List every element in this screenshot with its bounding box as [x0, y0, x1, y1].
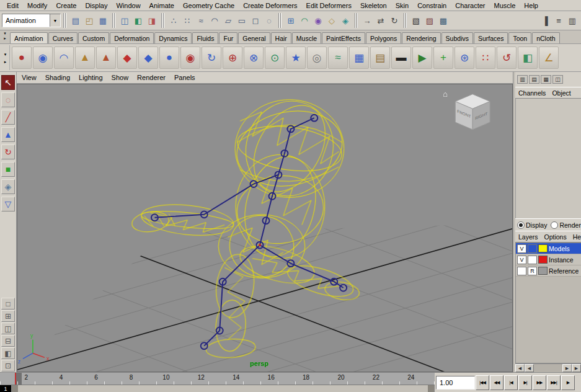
home-icon[interactable]: ⌂ [443, 89, 448, 99]
ipr-render-icon[interactable]: ▩ [437, 14, 450, 27]
step-forward-frame-button[interactable]: ▶▶ [533, 375, 546, 390]
layout-two-side-button[interactable]: ◫ [1, 323, 15, 334]
radio-icon[interactable] [517, 221, 525, 229]
panel-menu-item[interactable]: Lighting [79, 73, 108, 82]
shelf-tab[interactable]: nCloth [532, 32, 559, 43]
menubar-item[interactable]: Edit [2, 1, 23, 10]
menubar-item[interactable]: Create [51, 1, 81, 10]
scroll-right-icon[interactable]: ▶ [562, 364, 572, 372]
shelf-tab[interactable]: Fur [219, 32, 237, 43]
range-slider-track[interactable] [11, 385, 435, 392]
mask-misc-icon[interactable]: ◌ [262, 14, 276, 27]
shelf-constraint-point-icon[interactable]: ⊕ [223, 47, 242, 69]
snap-to-curve-icon[interactable]: ◠ [298, 14, 311, 27]
layer-visibility-toggle[interactable]: V [517, 256, 526, 264]
statusline-divider[interactable] [63, 13, 67, 28]
shelf-set-key-icon[interactable]: ◆ [117, 47, 137, 69]
snap-to-grid-icon[interactable]: ⊞ [284, 14, 298, 27]
shelf-ghost-icon[interactable]: ◎ [307, 47, 327, 69]
shelf-tab[interactable]: Polygons [366, 32, 401, 43]
step-forward-key-button[interactable]: ▶| [518, 375, 532, 390]
layer-editor-menu-item[interactable]: Help [570, 233, 581, 241]
shelf-motion-path-icon[interactable]: ↻ [202, 47, 221, 69]
make-live-icon[interactable]: ◈ [339, 14, 352, 27]
shelf-graph-editor-icon[interactable]: ▦ [349, 47, 369, 69]
snap-to-point-icon[interactable]: ◉ [311, 14, 325, 27]
shelf-create-clip-icon[interactable]: + [433, 47, 453, 69]
layout-four-pane-button[interactable]: ⊞ [1, 310, 15, 322]
mask-faces-icon[interactable]: ▱ [221, 14, 235, 27]
menu-set-selector[interactable]: Animation ▼ [2, 14, 61, 27]
scroll-left-icon[interactable]: ◀ [525, 364, 534, 372]
statusline-divider[interactable] [403, 13, 407, 28]
menubar-item[interactable]: Skeleton [356, 1, 391, 10]
select-component-icon[interactable]: ◨ [145, 14, 159, 27]
menubar-item[interactable]: Display [81, 1, 112, 10]
statusline-divider[interactable] [161, 13, 165, 28]
shelf-character-set-icon[interactable]: ★ [286, 47, 306, 69]
layer-mode-option[interactable]: Display [517, 221, 549, 229]
shelf-tab[interactable]: General [238, 32, 270, 43]
mask-objects-icon[interactable]: ◻ [249, 14, 262, 27]
perspective-viewport[interactable]: y x z ⌂ FRONT RIGHT persp [17, 84, 513, 372]
layer-row[interactable]: V Instance [516, 254, 581, 265]
wireframe-character[interactable] [131, 91, 361, 359]
shelf-walk-cycle-icon[interactable]: ▲ [75, 47, 95, 69]
shelf-tab[interactable]: Subdivs [441, 32, 473, 43]
menubar-item[interactable]: Window [112, 1, 144, 10]
input-connections-icon[interactable]: → [360, 14, 374, 27]
mask-handles-icon[interactable]: ∴ [167, 14, 180, 27]
mask-lines-icon[interactable]: ≈ [194, 14, 208, 27]
shelf-tab[interactable]: Muscle [292, 32, 321, 43]
render-current-frame-icon[interactable]: ▨ [423, 14, 437, 27]
menubar-item[interactable]: Constrain [413, 1, 451, 10]
skeleton-rig[interactable] [151, 115, 347, 349]
scale-tool[interactable]: ■ [1, 162, 15, 177]
scroll-track[interactable] [534, 364, 562, 372]
output-connections-icon[interactable]: ⇄ [374, 14, 388, 27]
layer-color-swatch[interactable] [538, 267, 548, 275]
open-scene-icon[interactable]: ◰ [82, 14, 96, 27]
statusline-divider[interactable] [278, 13, 282, 28]
select-object-icon[interactable]: ◧ [131, 14, 145, 27]
shelf-constraint-aim-icon[interactable]: ⊗ [244, 47, 264, 69]
shelf-ik-spline-icon[interactable]: ◠ [54, 47, 74, 69]
shelf-tab[interactable]: Toon [508, 32, 531, 43]
shelf-tab-menu-icon[interactable]: ▾ [4, 31, 6, 36]
current-time-indicator[interactable] [15, 373, 22, 385]
show-layereditor-icon[interactable]: ▤ [529, 75, 539, 84]
layer-editor-menu-item[interactable]: Options [541, 233, 570, 241]
current-time-input[interactable] [436, 376, 475, 390]
current-frame-field[interactable]: 1 [0, 385, 11, 392]
shelf-tab[interactable]: Rendering [402, 32, 440, 43]
shelf-tab[interactable]: Hair [271, 32, 291, 43]
toggle-tool-settings-icon[interactable]: ≡ [552, 14, 565, 27]
shelf-hypergraph-icon[interactable]: ⊛ [455, 47, 474, 69]
layer-color-swatch[interactable] [538, 256, 548, 264]
shelf-tab[interactable]: PaintEffects [322, 32, 365, 43]
shelf-menu-icon[interactable]: ▸ [4, 36, 6, 41]
lasso-select-tool[interactable]: ◌ [1, 92, 15, 107]
select-hierarchy-icon[interactable]: ◫ [118, 14, 131, 27]
menubar-item[interactable]: Modify [23, 1, 51, 10]
menubar-item[interactable]: Skin [391, 1, 413, 10]
show-both-icon[interactable]: ▦ [541, 75, 551, 84]
channel-box-area[interactable] [515, 99, 581, 218]
shelf-constraint-orient-icon[interactable]: ⊙ [265, 47, 285, 69]
shelf-strip-down-icon[interactable]: ▾ [4, 52, 7, 56]
toggle-channel-box-icon[interactable]: ▥ [565, 14, 579, 27]
play-button[interactable]: ▶ [561, 375, 575, 390]
shelf-bind-skin-icon[interactable]: ● [159, 47, 179, 69]
shelf-pose-icon[interactable]: ∠ [539, 47, 559, 69]
panel-menu-item[interactable]: Renderer [137, 73, 171, 82]
menubar-item[interactable]: Muscle [490, 1, 520, 10]
go-to-start-button[interactable]: |◀◀ [476, 375, 489, 390]
layout-single-pane-button[interactable]: □ [1, 298, 15, 310]
layer-visibility-toggle[interactable]: V [517, 244, 526, 253]
layer-type-cell[interactable]: R [528, 267, 537, 275]
layer-visibility-toggle[interactable] [517, 267, 526, 275]
shelf-strip-right-icon[interactable]: ▸ [4, 60, 7, 64]
layer-row[interactable]: R Reference [516, 265, 581, 277]
shelf-tab[interactable]: Deformation [110, 32, 154, 43]
construction-history-icon[interactable]: ↻ [388, 14, 401, 27]
